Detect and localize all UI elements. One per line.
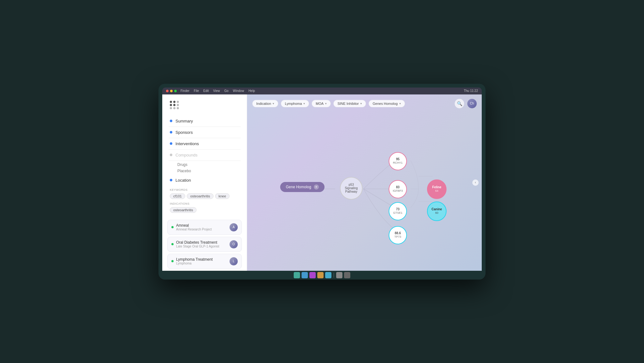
project-avatar-oral: O <box>230 240 238 248</box>
toolbar-right: 🔍 Ch <box>455 99 477 108</box>
node-rchy1[interactable]: 95 RCHY1 <box>389 152 407 170</box>
project-sub-oral: Late Stage Oral GLP-1 Agonist <box>176 245 219 248</box>
dock-item-6[interactable] <box>336 272 342 278</box>
menubar-help[interactable]: Help <box>248 89 255 93</box>
node-rchy1-label: RCHY1 <box>393 161 403 165</box>
filter-indication[interactable]: Indication ▾ <box>252 100 278 107</box>
sidebar-item-compounds[interactable]: Compounds <box>169 150 241 161</box>
dock-item-5[interactable] <box>325 272 331 278</box>
sidebar-item-interventions[interactable]: Interventions <box>169 138 241 150</box>
project-lymphoma[interactable]: Lymphoma Treatment Lymphoma L <box>167 254 242 269</box>
chevron-down-icon: ▾ <box>325 102 327 105</box>
keyword-osteoarthritis[interactable]: osteoarthritis <box>187 193 214 199</box>
node-tp73-value: 88.6 <box>395 231 401 235</box>
close-dot[interactable] <box>166 90 169 92</box>
menubar: Finder File Edit View Go Window Help Thu… <box>162 88 482 94</box>
dock <box>294 272 350 278</box>
nav-label-sponsors: Sponsors <box>175 130 193 135</box>
project-oral-diabetes[interactable]: Oral Diabetes Treatment Late Stage Oral … <box>167 237 242 252</box>
sidebar-item-sponsors[interactable]: Sponsors <box>169 127 241 138</box>
logo <box>162 101 247 116</box>
menubar-file[interactable]: File <box>194 89 199 93</box>
menubar-time: Thu 11:22 <box>464 89 478 93</box>
filter-lymphoma-label: Lymphoma <box>285 102 302 105</box>
menubar-edit[interactable]: Edit <box>203 89 208 93</box>
sidebar-item-drugs[interactable]: Drugs <box>177 162 241 168</box>
node-gtse1-value: 73 <box>396 207 399 211</box>
laptop-container: Finder File Edit View Go Window Help Thu… <box>158 84 486 280</box>
filter-lymphoma[interactable]: Lymphoma ▾ <box>281 100 309 107</box>
sidebar-item-summary[interactable]: Summary <box>169 116 241 127</box>
indication-osteoarthritis[interactable]: osteoarthritis <box>170 207 197 213</box>
keyword-tags: cf101 osteoarthritis knee <box>170 193 239 199</box>
menubar-items: Finder File Edit View Go Window Help <box>180 89 255 93</box>
dock-item-1[interactable] <box>294 272 300 278</box>
keyword-knee[interactable]: knee <box>215 193 230 199</box>
node-canine[interactable]: Canine 60 <box>427 201 447 221</box>
nav-label-interventions: Interventions <box>175 141 199 146</box>
indications-tags: osteoarthritis <box>170 207 239 213</box>
node-igfbp3-label: IGFBP3 <box>393 189 403 193</box>
filter-genes-homolog[interactable]: Genes Homolog ▾ <box>369 100 405 107</box>
project-name-amneal: Amneal <box>176 223 212 228</box>
project-status-dot-amneal <box>171 226 174 228</box>
pathway-node-p53[interactable]: p53SignalingPathway <box>340 177 363 200</box>
maximize-dot[interactable] <box>174 90 177 92</box>
node-tp73[interactable]: 88.6 TP73 <box>389 226 407 244</box>
chevron-down-icon: ▾ <box>273 102 274 105</box>
gene-homolog-pill[interactable]: Gene Homolog + <box>280 182 325 192</box>
node-canine-label: Canine <box>431 207 442 211</box>
project-status-dot-lymphoma <box>171 260 174 262</box>
keyword-cf101[interactable]: cf101 <box>170 193 185 199</box>
collapse-button[interactable]: ‹ <box>472 179 479 186</box>
node-feline-label: Feline <box>432 185 441 189</box>
project-avatar-amneal: A <box>230 223 238 231</box>
sidebar-item-placebo[interactable]: Placebo <box>177 168 241 174</box>
project-name-oral: Oral Diabetes Treatment <box>176 240 219 245</box>
dock-item-3[interactable] <box>309 272 316 278</box>
chevron-down-icon: ▾ <box>360 102 362 105</box>
dock-item-7[interactable] <box>344 272 350 278</box>
filter-sine-inhibitor[interactable]: SINE Inhibitor ▾ <box>333 100 366 107</box>
node-feline-value: 64 <box>435 189 438 193</box>
app-window: Summary Sponsors Interventions Compounds <box>162 94 482 271</box>
main-content: Indication ▾ Lymphoma ▾ MOA ▾ SINE Inhib… <box>247 94 482 271</box>
user-avatar[interactable]: Ch <box>467 99 477 108</box>
node-rchy1-value: 95 <box>396 157 399 161</box>
project-sub-lymphoma: Lymphoma <box>176 262 213 265</box>
project-name-lymphoma: Lymphoma Treatment <box>176 257 213 262</box>
filter-moa-label: MOA <box>316 102 324 105</box>
gene-pill-plus-icon[interactable]: + <box>314 184 319 190</box>
node-igfbp3-value: 83 <box>396 185 399 189</box>
gene-pill-label: Gene Homolog <box>286 185 311 189</box>
search-button[interactable]: 🔍 <box>455 99 464 108</box>
menubar-window[interactable]: Window <box>233 89 244 93</box>
menubar-finder[interactable]: Finder <box>180 89 189 93</box>
project-amneal[interactable]: Amneal Amneal Research Project A <box>167 220 242 235</box>
keywords-section: KEYWORDS cf101 osteoarthritis knee INDIC… <box>162 186 247 216</box>
node-gtse1[interactable]: 73 GTSE1 <box>389 202 407 220</box>
menubar-go[interactable]: Go <box>224 89 228 93</box>
node-igfbp3[interactable]: 83 IGFBP3 <box>389 180 407 198</box>
node-feline[interactable]: Feline 64 <box>427 179 447 199</box>
nav-label-compounds: Compounds <box>175 153 197 157</box>
pathway-label: p53SignalingPathway <box>345 183 358 193</box>
keywords-label: KEYWORDS <box>170 188 239 191</box>
sidebar-item-location[interactable]: Location <box>169 175 241 186</box>
project-sub-amneal: Amneal Research Project <box>176 228 212 231</box>
dock-divider <box>334 273 334 278</box>
dock-item-2[interactable] <box>302 272 308 278</box>
chevron-down-icon: ▾ <box>303 102 305 105</box>
sidebar-sub-drugs: Drugs Placebo <box>169 161 241 175</box>
laptop-screen: Finder File Edit View Go Window Help Thu… <box>162 88 482 271</box>
filter-indication-label: Indication <box>256 102 271 105</box>
nav-dot-compounds <box>170 154 172 156</box>
nav-label-summary: Summary <box>175 119 193 123</box>
minimize-dot[interactable] <box>170 90 173 92</box>
dock-item-4[interactable] <box>317 272 324 278</box>
indications-label: INDICATIONS <box>170 202 239 205</box>
project-list: Amneal Amneal Research Project A Oral Di… <box>162 216 247 271</box>
filter-moa[interactable]: MOA ▾ <box>312 100 331 107</box>
sidebar: Summary Sponsors Interventions Compounds <box>162 94 247 271</box>
menubar-view[interactable]: View <box>213 89 220 93</box>
